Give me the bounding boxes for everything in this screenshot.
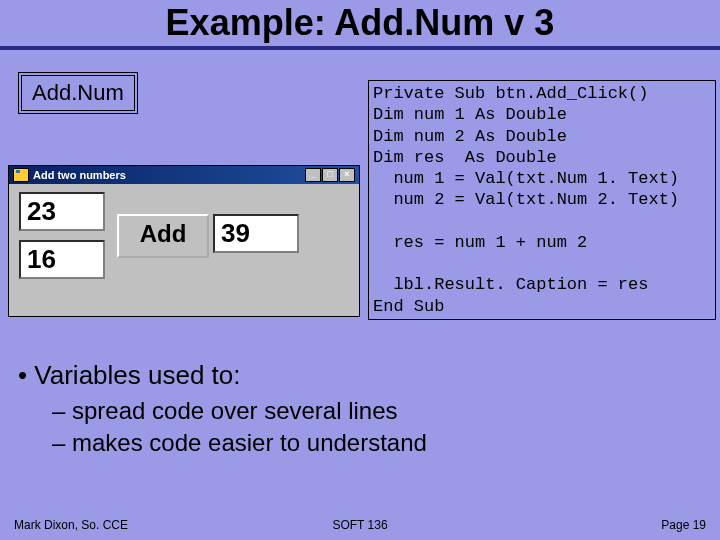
app-titlebar-left: Add two numbers — [13, 168, 126, 182]
app-window: Add two numbers _ □ × 23 16 Add 39 — [8, 165, 360, 317]
app-body: 23 16 Add 39 — [9, 184, 359, 316]
title-bar: Example: Add.Num v 3 — [0, 0, 720, 50]
bullet-sub1: – spread code over several lines — [52, 397, 427, 425]
minimize-icon[interactable]: _ — [305, 168, 321, 182]
result-output: 39 — [213, 214, 299, 253]
window-buttons: _ □ × — [305, 168, 355, 182]
app-titlebar: Add two numbers _ □ × — [9, 166, 359, 184]
num1-input[interactable]: 23 — [19, 192, 105, 231]
num2-input[interactable]: 16 — [19, 240, 105, 279]
slide-title: Example: Add.Num v 3 — [30, 0, 690, 44]
code-listing: Private Sub btn.Add_Click() Dim num 1 As… — [368, 80, 716, 320]
footer-right: Page 19 — [661, 518, 706, 532]
bullet-sub2: – makes code easier to understand — [52, 429, 427, 457]
bullet-main: • Variables used to: — [18, 360, 427, 391]
addnum-label: Add.Num — [18, 72, 138, 114]
footer-center: SOFT 136 — [0, 518, 720, 532]
add-button[interactable]: Add — [117, 214, 209, 258]
maximize-icon[interactable]: □ — [322, 168, 338, 182]
slide: Example: Add.Num v 3 Add.Num Add two num… — [0, 0, 720, 540]
close-icon[interactable]: × — [339, 168, 355, 182]
bullets: • Variables used to: – spread code over … — [18, 360, 427, 457]
window-title: Add two numbers — [33, 169, 126, 181]
form-icon — [13, 168, 29, 182]
sub-bullets: – spread code over several lines – makes… — [52, 397, 427, 457]
